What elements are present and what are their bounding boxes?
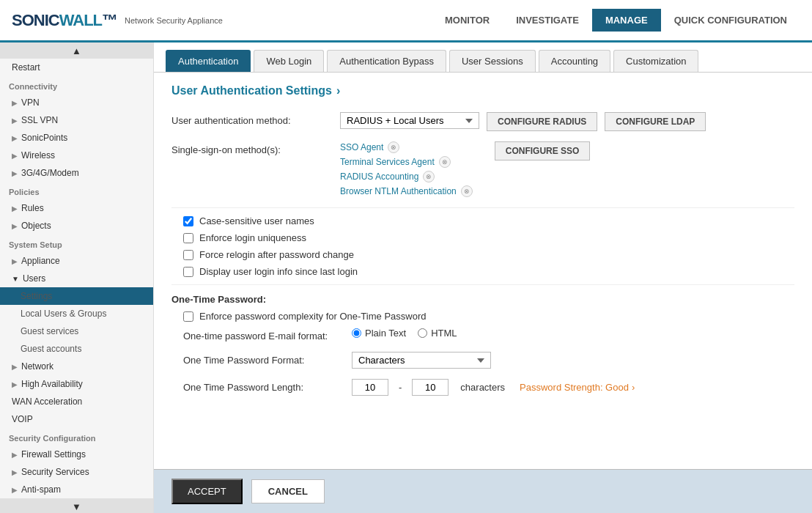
otp-length-control: 10 - 10 characters Password Strength: Go… [352,379,794,396]
enforce-login-label[interactable]: Enforce login uniqueness [199,232,306,243]
sidebar-section-policies: Policies [0,182,153,199]
auth-method-select[interactable]: Local Users RADIUS RADIUS + Local Users … [340,112,479,129]
otp-format-label: One Time Password Format: [183,352,352,366]
sidebar-section-system: System Setup [0,235,153,252]
sidebar-label-3g4g: 3G/4G/Modem [21,168,79,178]
otp-length-label: One Time Password Length: [183,379,352,393]
radio-html-input[interactable] [418,328,427,338]
arrow-icon: ▶ [12,204,18,213]
nav-monitor[interactable]: MONITOR [432,9,503,32]
enforce-login-checkbox[interactable] [183,233,193,243]
nav-manage[interactable]: MANAGE [592,9,661,32]
sso-item-ntlm: Browser NTLM Authentication ⊗ [340,185,473,197]
case-sensitive-label[interactable]: Case-sensitive user names [199,215,314,226]
sso-item-label: SSO Agent [340,142,383,152]
otp-complexity-label[interactable]: Enforce password complexity for One-Time… [199,311,426,322]
sidebar-item-guest-accounts[interactable]: Guest accounts [0,340,153,358]
configure-ldap-button[interactable]: CONFIGURE LDAP [605,112,706,131]
sidebar-item-network[interactable]: ▶ Network [0,358,153,375]
nav-investigate[interactable]: INVESTIGATE [503,9,592,32]
otp-length-min-input[interactable]: 10 [352,379,388,396]
sso-label: Single-sign-on method(s): [171,141,340,155]
radio-html[interactable]: HTML [418,328,457,339]
display-login-label[interactable]: Display user login info since last login [199,266,358,277]
cancel-button[interactable]: CANCEL [251,479,325,503]
arrow-icon: ▼ [12,275,19,283]
sidebar-item-wan-acceleration[interactable]: WAN Acceleration [0,393,153,410]
sso-info-icon: ⊗ [423,171,435,182]
sidebar-label-guest-services: Guest services [21,326,78,336]
sidebar-item-sonicpoints[interactable]: ▶ SonicPoints [0,129,153,147]
password-strength-indicator: Password Strength: Good › [520,382,635,393]
sidebar-item-high-availability[interactable]: ▶ High Availability [0,375,153,393]
arrow-icon: ▶ [12,257,18,265]
sidebar-item-appliance[interactable]: ▶ Appliance [0,252,153,270]
sidebar-item-objects[interactable]: ▶ Objects [0,217,153,235]
arrow-icon: ▶ [12,169,18,177]
pwd-strength-text: Password Strength: Good [520,382,629,393]
sso-item-terminal: Terminal Services Agent ⊗ [340,156,473,168]
sso-list: SSO Agent ⊗ Terminal Services Agent ⊗ RA… [340,141,473,197]
otp-complexity-checkbox[interactable] [183,311,193,322]
sidebar-item-3g4g[interactable]: ▶ 3G/4G/Modem [0,164,153,182]
sso-info-icon: ⊗ [388,141,399,153]
arrow-icon: ▶ [12,222,18,230]
otp-format-select[interactable]: Characters Digits Mixed [352,352,491,369]
sidebar-label-ha: High Availability [21,379,83,389]
sso-item-label: Terminal Services Agent [340,157,435,167]
logo-area: SONICWALL™ Network Security Appliance [12,11,223,30]
check-otp-complexity-row: Enforce password complexity for One-Time… [171,311,794,322]
tab-accounting[interactable]: Accounting [539,50,610,72]
tab-auth-bypass[interactable]: Authentication Bypass [327,50,446,72]
page-title-arrow: › [336,84,340,97]
radio-plain-text[interactable]: Plain Text [352,328,406,339]
sidebar-item-voip[interactable]: VOIP [0,410,153,428]
radio-html-label: HTML [431,328,457,339]
nav-quick-config[interactable]: QUICK CONFIGURATION [661,9,800,32]
configure-radius-button[interactable]: CONFIGURE RADIUS [487,112,597,131]
sidebar-label-users: Users [23,273,45,284]
display-login-checkbox[interactable] [183,267,193,277]
case-sensitive-checkbox[interactable] [183,216,193,226]
sidebar-section-security: Security Configuration [0,428,153,446]
arrow-icon: ▶ [12,486,18,494]
sidebar-scroll-down[interactable]: ▼ [0,498,153,513]
arrow-icon: ▶ [12,363,18,371]
auth-method-label: User authentication method: [171,112,340,126]
check-force-relogin-row: Force relogin after password change [171,249,794,260]
radio-plain-input[interactable] [352,328,361,338]
nav-items: MONITOR INVESTIGATE MANAGE QUICK CONFIGU… [432,9,800,32]
sidebar-item-settings[interactable]: Settings [0,287,153,305]
configure-sso-button[interactable]: CONFIGURE SSO [495,141,591,160]
tab-web-login[interactable]: Web Login [254,50,324,72]
top-navigation: SONICWALL™ Network Security Appliance MO… [0,0,812,43]
sidebar-item-users[interactable]: ▼ Users [0,270,153,287]
tab-customization[interactable]: Customization [613,50,698,72]
force-relogin-label[interactable]: Force relogin after password change [199,249,354,260]
sidebar-item-vpn[interactable]: ▶ VPN [0,94,153,111]
sidebar-item-guest-services[interactable]: Guest services [0,322,153,340]
otp-length-max-input[interactable]: 10 [412,379,449,396]
sidebar-item-restart[interactable]: Restart [0,59,153,76]
sso-info-icon: ⊗ [439,156,451,168]
sidebar-label-voip: VOIP [12,414,33,424]
sidebar-item-security-services[interactable]: ▶ Security Services [0,463,153,481]
accept-button[interactable]: ACCEPT [171,479,243,504]
sidebar-item-rules[interactable]: ▶ Rules [0,199,153,217]
otp-radio-group: Plain Text HTML [352,328,457,339]
tab-user-sessions[interactable]: User Sessions [449,50,536,72]
sidebar-item-firewall-settings[interactable]: ▶ Firewall Settings [0,446,153,463]
check-display-login-row: Display user login info since last login [171,266,794,277]
auth-method-control: Local Users RADIUS RADIUS + Local Users … [340,112,794,131]
otp-length-row: One Time Password Length: 10 - 10 charac… [171,379,794,396]
force-relogin-checkbox[interactable] [183,250,193,260]
sidebar-item-sslvpn[interactable]: ▶ SSL VPN [0,111,153,129]
tab-authentication[interactable]: Authentication [166,50,251,72]
sidebar-scroll-up[interactable]: ▲ [0,43,153,59]
sidebar-label-rules: Rules [21,203,44,213]
logo-subtitle: Network Security Appliance [125,16,223,25]
otp-email-format-row: One-time password E-mail format: Plain T… [171,328,794,342]
sidebar-item-local-users[interactable]: Local Users & Groups [0,305,153,322]
sidebar-item-wireless[interactable]: ▶ Wireless [0,147,153,164]
sidebar-item-anti-spam[interactable]: ▶ Anti-spam [0,481,153,498]
